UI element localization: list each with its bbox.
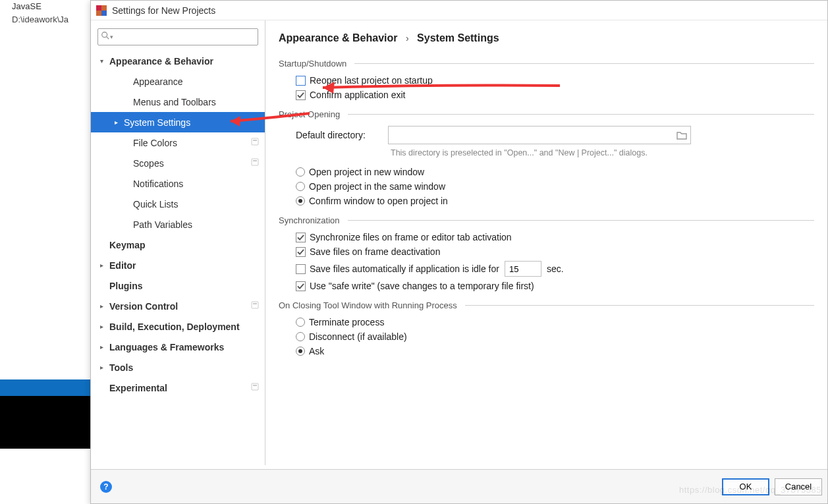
ide-background-panel [0,26,92,379]
project-scope-icon [250,137,260,148]
sidebar-item-keymap[interactable]: Keymap [91,235,265,255]
chevron-right-icon: ▸ [100,364,109,371]
sidebar-item-label: Editor [109,260,260,271]
browse-folder-icon[interactable] [676,129,688,141]
save-idle-suffix: sec. [547,264,564,274]
svg-point-3 [102,32,107,38]
save-idle-seconds-input[interactable] [505,261,541,277]
sidebar-item-path-variables[interactable]: Path Variables [91,214,265,235]
sections-closing-radios-radio-label-2: Ask [309,346,324,356]
sidebar-item-label: Version Control [109,301,250,312]
sidebar-item-label: Plugins [109,281,260,291]
default-directory-hint: This directory is preselected in "Open..… [391,148,814,157]
chevron-right-icon: ▸ [100,323,109,330]
breadcrumb: Appearance & Behavior › System Settings [279,32,814,44]
sidebar-item-appearance[interactable]: Appearance [91,71,265,92]
sidebar-item-experimental[interactable]: Experimental [91,378,265,398]
svg-line-4 [107,37,109,40]
sections-opening-radios-radio-label-0: Open project in new window [309,167,424,177]
chevron-right-icon: › [406,33,409,43]
svg-rect-2 [101,11,107,16]
svg-rect-10 [253,303,257,304]
titlebar: Settings for New Projects [91,1,827,20]
default-directory-field[interactable] [388,126,691,144]
chevron-right-icon: ▸ [100,343,109,350]
sidebar-item-languages-frameworks[interactable]: ▸Languages & Frameworks [91,337,265,357]
sections-opening-radios-radio-2[interactable] [296,196,305,206]
sync-on-activate-checkbox[interactable] [296,233,306,242]
sections-opening-radios-radio-1[interactable] [296,182,305,191]
search-input-wrapper[interactable]: ▾ [97,28,258,45]
dialog-button-bar: ? OK Cancel [91,469,827,503]
dialog-title: Settings for New Projects [112,5,215,16]
sidebar-item-system-settings[interactable]: ▸System Settings [91,112,265,132]
ide-tool-window [0,396,90,449]
sidebar-item-label: Notifications [133,179,260,189]
confirm-exit-checkbox[interactable] [296,90,306,100]
settings-tree: ▾Appearance & BehaviorAppearanceMenus an… [91,51,265,465]
reopen-last-project-checkbox[interactable] [296,76,306,86]
svg-rect-6 [253,140,257,141]
sidebar-item-file-colors[interactable]: File Colors [91,132,265,153]
intellij-logo-icon [96,5,107,16]
safe-write-checkbox[interactable] [296,281,306,291]
sidebar-item-label: Experimental [109,383,250,393]
reopen-last-project-label: Reopen last project on startup [310,75,433,86]
save-on-deactivate-label: Save files on frame deactivation [310,246,440,257]
default-directory-input[interactable] [391,130,676,140]
sections-closing-radios-radio-2[interactable] [296,347,305,356]
sidebar-item-plugins[interactable]: Plugins [91,275,265,296]
sidebar-item-scopes[interactable]: Scopes [91,153,265,173]
svg-rect-5 [252,138,258,145]
project-scope-icon [250,382,260,393]
search-icon [101,31,110,43]
sidebar-item-label: Quick Lists [133,199,260,210]
chevron-right-icon: ▸ [100,302,109,310]
sidebar-item-label: File Colors [133,138,250,148]
sections-opening-radios-radio-0[interactable] [296,167,305,177]
svg-rect-9 [252,302,258,308]
save-idle-checkbox[interactable] [296,264,306,274]
sections-closing-radios-radio-1[interactable] [296,332,305,341]
sidebar-item-version-control[interactable]: ▸Version Control [91,296,265,316]
safe-write-label: Use "safe write" (save changes to a temp… [310,281,534,291]
svg-rect-12 [253,385,257,386]
sidebar-item-label: Scopes [133,158,250,169]
sidebar-item-label: Build, Execution, Deployment [109,322,260,332]
project-scope-icon [250,300,260,312]
confirm-exit-label: Confirm application exit [310,90,406,100]
search-history-dropdown-icon[interactable]: ▾ [110,34,117,40]
section-startup-shutdown: Startup/Shutdown [279,59,814,69]
sidebar-item-quick-lists[interactable]: Quick Lists [91,194,265,214]
settings-sidebar: ▾ ▾Appearance & BehaviorAppearanceMenus … [91,20,265,465]
cancel-button[interactable]: Cancel [775,478,822,495]
sidebar-item-label: Appearance [133,76,260,87]
settings-content: Appearance & Behavior › System Settings … [265,20,827,465]
search-input[interactable] [117,32,255,42]
sections-closing-radios-radio-0[interactable] [296,318,305,327]
project-scope-icon [250,157,260,169]
sidebar-item-editor[interactable]: ▸Editor [91,255,265,275]
sidebar-item-label: Tools [109,362,260,373]
svg-rect-1 [96,5,101,11]
save-on-deactivate-checkbox[interactable] [296,247,306,257]
help-icon[interactable]: ? [100,481,112,493]
sidebar-item-label: System Settings [124,117,260,128]
ok-button[interactable]: OK [722,478,769,495]
project-name: JavaSE [12,1,41,11]
chevron-right-icon: ▸ [100,262,109,269]
sidebar-item-notifications[interactable]: Notifications [91,173,265,194]
sidebar-item-tools[interactable]: ▸Tools [91,357,265,378]
svg-rect-7 [252,159,258,165]
settings-dialog: Settings for New Projects ▾ ▾Appearance … [90,0,828,504]
sidebar-item-appearance-behavior[interactable]: ▾Appearance & Behavior [91,51,265,71]
chevron-right-icon: ▸ [115,119,124,126]
sidebar-item-label: Menus and Toolbars [133,97,260,107]
sections-closing-radios-radio-label-0: Terminate process [309,317,384,327]
sections-opening-radios-radio-label-2: Confirm window to open project in [309,196,448,206]
sidebar-item-build-execution-deployment[interactable]: ▸Build, Execution, Deployment [91,316,265,337]
sidebar-item-menus-and-toolbars[interactable]: Menus and Toolbars [91,92,265,112]
default-directory-label: Default directory: [296,130,388,140]
sections-opening-radios-radio-label-1: Open project in the same window [309,181,445,192]
section-synchronization: Synchronization [279,215,814,225]
